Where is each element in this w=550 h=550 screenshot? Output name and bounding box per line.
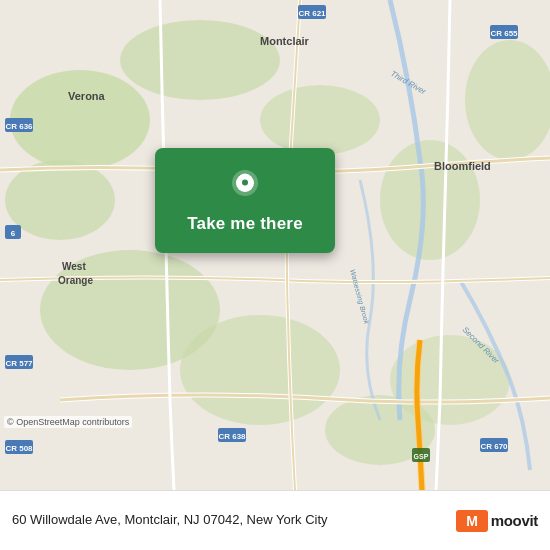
moovit-logo-icon: M <box>456 510 488 532</box>
svg-text:CR 508: CR 508 <box>5 444 33 453</box>
svg-text:CR 621: CR 621 <box>298 9 326 18</box>
svg-point-7 <box>180 315 340 425</box>
svg-text:Montclair: Montclair <box>260 35 310 47</box>
svg-text:Bloomfield: Bloomfield <box>434 160 491 172</box>
svg-text:West: West <box>62 261 86 272</box>
map-view: GSP CR 621 CR 655 CR 636 6 CR 577 CR 508… <box>0 0 550 490</box>
svg-text:GSP: GSP <box>414 453 429 460</box>
map-attribution: © OpenStreetMap contributors <box>4 416 132 428</box>
svg-point-4 <box>260 85 380 155</box>
svg-point-5 <box>380 140 480 260</box>
location-pin-icon <box>226 168 264 206</box>
svg-text:M: M <box>466 513 478 529</box>
svg-point-2 <box>5 160 115 240</box>
svg-point-41 <box>242 179 248 185</box>
take-me-there-button[interactable]: Take me there <box>155 148 335 253</box>
svg-text:Verona: Verona <box>68 90 106 102</box>
svg-text:CR 670: CR 670 <box>480 442 508 451</box>
svg-text:Orange: Orange <box>58 275 93 286</box>
svg-text:CR 655: CR 655 <box>490 29 518 38</box>
svg-text:CR 638: CR 638 <box>218 432 246 441</box>
svg-point-3 <box>120 20 280 100</box>
svg-text:6: 6 <box>11 229 16 238</box>
bottom-bar: 60 Willowdale Ave, Montclair, NJ 07042, … <box>0 490 550 550</box>
svg-text:CR 577: CR 577 <box>5 359 33 368</box>
button-label: Take me there <box>187 214 303 234</box>
moovit-logo: M moovit <box>456 510 538 532</box>
moovit-logo-text: moovit <box>491 512 538 529</box>
address-text: 60 Willowdale Ave, Montclair, NJ 07042, … <box>12 511 328 529</box>
svg-text:CR 636: CR 636 <box>5 122 33 131</box>
